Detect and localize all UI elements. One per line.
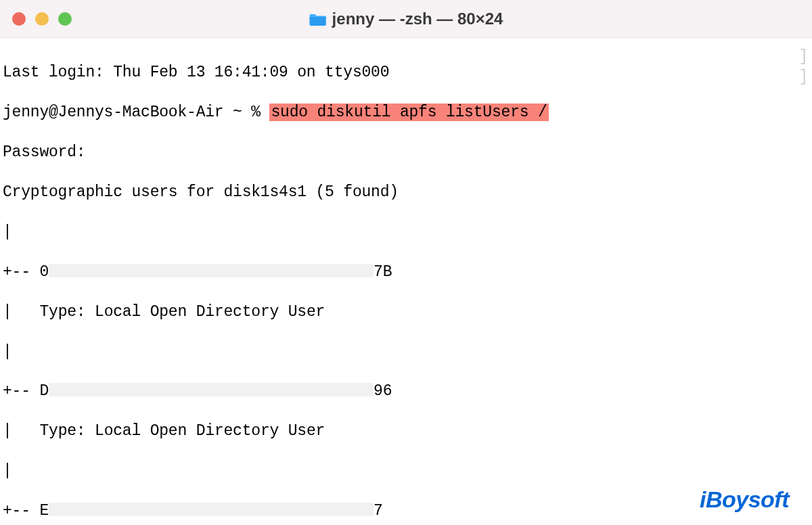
tree-branch: +-- <box>3 382 39 400</box>
folder-icon <box>309 12 327 26</box>
redacted-uuid <box>49 264 374 277</box>
zoom-icon[interactable] <box>58 12 72 26</box>
user-suffix: 7B <box>374 263 392 281</box>
minimize-icon[interactable] <box>35 12 49 26</box>
scroll-indicator: ] <box>798 68 808 87</box>
window-title: jenny — -zsh — 80×24 <box>332 9 503 28</box>
user-type: Local Open Directory User <box>95 422 325 440</box>
crypto-header: Cryptographic users for disk1s4s1 (5 fou… <box>3 183 399 201</box>
user-suffix: 96 <box>374 382 392 400</box>
close-icon[interactable] <box>12 12 26 26</box>
prompt: jenny@Jennys-MacBook-Air ~ % <box>3 104 269 121</box>
redacted-uuid <box>49 503 374 516</box>
type-label: Type: <box>39 303 95 321</box>
tree-pipe: | <box>3 462 12 480</box>
watermark-text: Boysoft <box>706 486 789 512</box>
tree-branch: +-- <box>3 502 39 520</box>
tree-cont: | <box>3 422 39 440</box>
user-prefix: D <box>39 382 49 400</box>
scroll-indicator: ] <box>798 47 808 67</box>
traffic-lights <box>12 12 72 26</box>
user-suffix: 7 <box>374 502 383 520</box>
tree-branch: +-- <box>3 263 39 281</box>
tree-cont: | <box>3 303 39 321</box>
tree-pipe: | <box>3 223 12 241</box>
last-login-line: Last login: Thu Feb 13 16:41:09 on ttys0… <box>3 64 389 81</box>
user-type: Local Open Directory User <box>95 303 325 321</box>
type-label: Type: <box>39 422 95 440</box>
redacted-uuid <box>49 383 374 396</box>
user-prefix: E <box>39 502 49 520</box>
terminal-output[interactable]: Last login: Thu Feb 13 16:41:09 on ttys0… <box>0 38 812 525</box>
titlebar: jenny — -zsh — 80×24 <box>0 0 812 38</box>
watermark-logo: iBoysoft <box>700 486 789 513</box>
highlighted-command: sudo diskutil apfs listUsers / <box>269 104 548 121</box>
tree-pipe: | <box>3 343 12 361</box>
user-prefix: 0 <box>39 263 49 281</box>
password-prompt: Password: <box>3 143 85 161</box>
window-title-group: jenny — -zsh — 80×24 <box>309 9 503 28</box>
